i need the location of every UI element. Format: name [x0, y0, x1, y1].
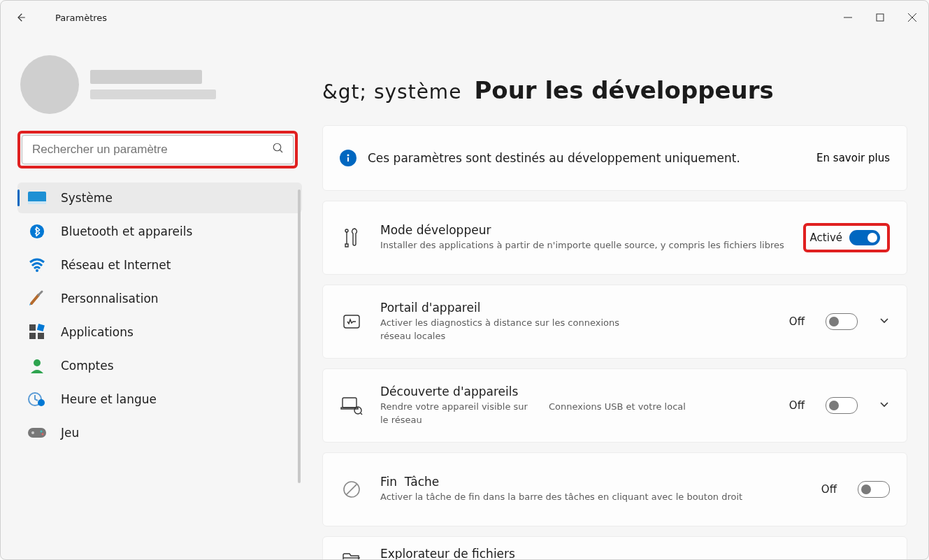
search-box[interactable] — [22, 135, 294, 164]
bluetooth-icon — [27, 224, 47, 239]
info-banner-text: Ces paramètres sont destinés au développ… — [368, 151, 805, 165]
sidebar-scrollbar[interactable] — [298, 189, 301, 483]
svg-rect-10 — [29, 324, 36, 331]
sidebar-item-gaming[interactable]: Jeu — [17, 417, 302, 448]
sidebar-item-label: Système — [61, 191, 113, 205]
svg-point-8 — [30, 224, 44, 238]
svg-point-21 — [347, 155, 350, 157]
toggle-state-label: Activé — [810, 231, 842, 244]
setting-dev-mode: Mode développeur Installer des applicati… — [322, 201, 907, 275]
apps-icon — [27, 324, 47, 340]
settings-window: Paramètres — [0, 0, 929, 560]
learn-more-link[interactable]: En savoir plus — [816, 152, 890, 164]
page-title: Pour les développeurs — [474, 76, 773, 104]
window-controls — [832, 6, 928, 29]
svg-rect-11 — [37, 324, 45, 331]
setting-title: Explorateur de fichiers — [380, 547, 858, 559]
sidebar-item-label: Comptes — [61, 359, 114, 373]
end-task-toggle[interactable] — [858, 481, 890, 498]
sidebar-item-apps[interactable]: Applications — [17, 317, 302, 347]
clock-globe-icon — [27, 392, 47, 407]
search-input[interactable] — [31, 142, 265, 157]
sidebar-item-label: Personnalisation — [61, 292, 159, 306]
back-button[interactable] — [6, 3, 34, 31]
sidebar-nav: Système Bluetooth et appareils Réseau et… — [17, 182, 302, 448]
wifi-icon — [27, 257, 47, 273]
setting-device-portal[interactable]: Portail d'appareil Activer les diagnosti… — [322, 285, 907, 359]
search-icon — [272, 142, 285, 157]
search-highlight — [17, 131, 298, 168]
info-icon — [340, 150, 357, 166]
minimize-icon — [844, 13, 852, 22]
svg-rect-17 — [28, 428, 46, 438]
device-discovery-icon — [340, 396, 363, 415]
svg-rect-25 — [343, 398, 357, 408]
person-icon — [27, 358, 47, 373]
dev-mode-toggle[interactable] — [849, 230, 880, 245]
arrow-left-icon — [14, 11, 27, 24]
sidebar-item-label: Jeu — [61, 426, 79, 440]
toggle-state-label: Off — [821, 483, 837, 496]
sidebar-item-label: Heure et langue — [61, 392, 157, 406]
info-banner: Ces paramètres sont destinés au développ… — [322, 125, 907, 191]
system-icon — [27, 190, 47, 206]
sidebar: Système Bluetooth et appareils Réseau et… — [1, 34, 308, 559]
maximize-button[interactable] — [864, 6, 896, 29]
chevron-down-icon[interactable] — [879, 315, 890, 329]
titlebar: Paramètres — [1, 1, 928, 34]
device-discovery-toggle[interactable] — [826, 397, 858, 414]
disabled-icon — [340, 480, 363, 498]
svg-rect-13 — [38, 333, 44, 339]
svg-point-14 — [34, 359, 41, 366]
svg-rect-24 — [344, 315, 359, 328]
content-header: &gt; système Pour les développeurs — [322, 76, 907, 104]
maximize-icon — [876, 13, 884, 22]
setting-desc: Rendre votre appareil visible surConnexi… — [380, 400, 772, 427]
svg-point-18 — [31, 431, 34, 434]
setting-end-task: Fin Tâche Activer la tâche de fin dans l… — [322, 452, 907, 526]
setting-desc: Activer les diagnostics à distance sur l… — [380, 316, 772, 343]
profile-block[interactable] — [20, 55, 302, 114]
sidebar-item-bluetooth[interactable]: Bluetooth et appareils — [17, 216, 302, 247]
chevron-down-icon[interactable] — [879, 399, 890, 412]
breadcrumb[interactable]: &gt; système — [322, 80, 461, 103]
content-area: &gt; système Pour les développeurs Ces p… — [308, 34, 928, 559]
toggle-state-label: Off — [789, 399, 805, 412]
svg-line-30 — [346, 484, 357, 495]
minimize-button[interactable] — [832, 6, 864, 29]
svg-rect-7 — [28, 201, 46, 204]
sidebar-item-accounts[interactable]: Comptes — [17, 350, 302, 381]
device-portal-toggle[interactable] — [826, 313, 858, 330]
gamepad-icon — [27, 425, 47, 440]
profile-email-placeholder — [90, 89, 216, 99]
sidebar-item-system[interactable]: Système — [17, 182, 302, 213]
setting-device-discovery[interactable]: Découverte d'appareils Rendre votre appa… — [322, 368, 907, 443]
svg-point-9 — [36, 269, 38, 272]
svg-rect-12 — [29, 333, 36, 339]
svg-point-20 — [42, 433, 44, 436]
file-explorer-icon — [340, 550, 363, 559]
app-title: Paramètres — [55, 13, 107, 23]
tools-icon — [340, 227, 363, 248]
svg-rect-1 — [877, 14, 884, 21]
setting-desc: Activer la tâche de fin dans la barre de… — [380, 490, 805, 504]
svg-line-5 — [280, 150, 282, 152]
close-button[interactable] — [896, 6, 928, 29]
setting-file-explorer[interactable]: Explorateur de fichiers Ajustez ces para… — [322, 536, 907, 559]
sidebar-item-network[interactable]: Réseau et Internet — [17, 250, 302, 280]
setting-title: Fin Tâche — [380, 475, 805, 489]
svg-point-4 — [273, 143, 281, 151]
svg-point-19 — [41, 431, 43, 433]
sidebar-item-label: Bluetooth et appareils — [61, 224, 192, 238]
device-portal-icon — [340, 312, 363, 331]
profile-text — [90, 70, 216, 99]
sidebar-item-time-language[interactable]: Heure et langue — [17, 384, 302, 415]
sidebar-item-label: Réseau et Internet — [61, 258, 171, 272]
svg-point-16 — [38, 399, 45, 406]
close-icon — [908, 13, 916, 22]
toggle-state-label: Off — [789, 315, 805, 328]
sidebar-item-label: Applications — [61, 325, 134, 339]
sidebar-item-personalization[interactable]: Personnalisation — [17, 283, 302, 314]
svg-line-28 — [361, 413, 362, 415]
setting-title: Mode développeur — [380, 223, 786, 237]
